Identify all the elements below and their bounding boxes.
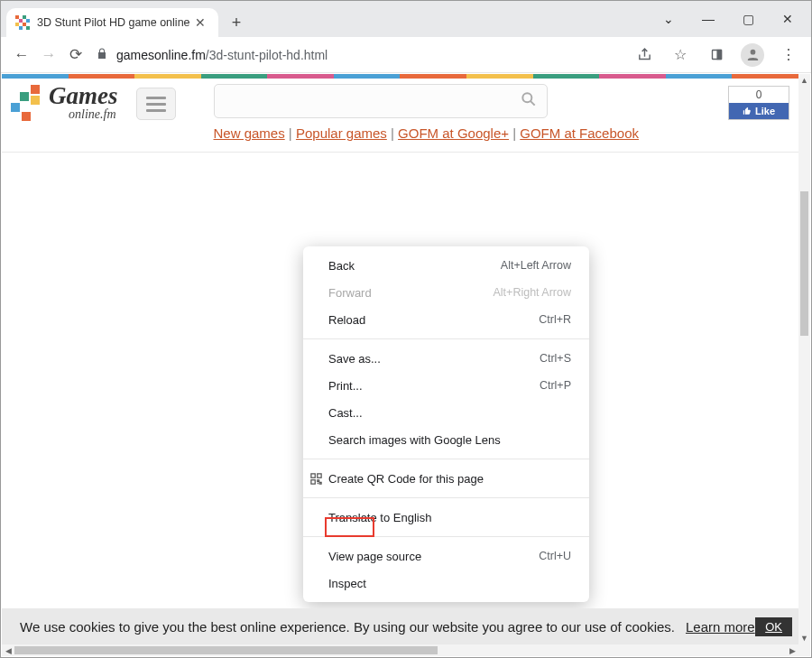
extensions-icon[interactable]	[705, 43, 728, 67]
scroll-left-icon[interactable]: ◀	[2, 644, 14, 656]
link-facebook[interactable]: GOFM at Facebook	[520, 125, 639, 141]
close-button[interactable]: ✕	[768, 5, 807, 32]
svg-point-3	[522, 93, 531, 102]
scroll-right-icon[interactable]: ▶	[786, 644, 798, 656]
search-icon[interactable]	[520, 90, 538, 113]
cookie-learn-more[interactable]: Learn more	[686, 619, 755, 635]
reload-button[interactable]: ⟳	[62, 42, 89, 69]
ctx-forward: Forward Alt+Right Arrow	[303, 279, 589, 306]
ctx-print[interactable]: Print... Ctrl+P	[303, 372, 589, 399]
ctx-save-as[interactable]: Save as... Ctrl+S	[303, 345, 589, 372]
new-tab-button[interactable]: +	[224, 10, 249, 35]
ctx-view-source[interactable]: View page source Ctrl+U	[303, 542, 589, 570]
ctx-cast[interactable]: Cast...	[303, 399, 589, 426]
cookie-bar: We use cookies to give you the best onli…	[2, 608, 810, 644]
browser-tab[interactable]: 3D Stunt Pilot HD game online ✕	[6, 8, 218, 37]
scroll-corner	[798, 644, 810, 656]
qr-icon	[309, 471, 323, 486]
svg-rect-7	[310, 479, 314, 483]
ctx-qr-code[interactable]: Create QR Code for this page	[303, 465, 589, 492]
link-new-games[interactable]: New games	[214, 125, 285, 141]
search-box[interactable]	[214, 84, 548, 118]
logo-sub: online.fm	[49, 108, 118, 121]
chevron-down-icon[interactable]: ⌄	[649, 5, 688, 32]
svg-rect-5	[310, 473, 314, 477]
scroll-thumb[interactable]	[14, 646, 438, 654]
vertical-scrollbar[interactable]: ▲ ▼	[798, 74, 810, 644]
share-icon[interactable]	[632, 43, 656, 67]
url-box[interactable]: gamesonline.fm/3d-stunt-pilot-hd.html	[97, 42, 625, 69]
ctx-search-lens[interactable]: Search images with Google Lens	[303, 426, 589, 453]
page-header: Games online.fm New games | Popular game…	[2, 79, 798, 153]
hamburger-menu-button[interactable]	[136, 88, 176, 120]
url-text: gamesonline.fm/3d-stunt-pilot-hd.html	[116, 48, 328, 62]
link-google-plus[interactable]: GOFM at Google+	[398, 125, 509, 141]
site-logo[interactable]: Games online.fm	[11, 84, 118, 121]
window-controls: ⌄ — ▢ ✕	[649, 1, 807, 37]
context-menu: Back Alt+Left Arrow Forward Alt+Right Ar…	[303, 246, 589, 602]
scroll-thumb[interactable]	[800, 191, 808, 336]
search-input[interactable]	[224, 94, 520, 108]
back-button[interactable]: ←	[8, 42, 35, 69]
fb-like-widget[interactable]: 0 Like	[728, 86, 789, 120]
profile-avatar-icon[interactable]	[741, 43, 764, 67]
link-popular-games[interactable]: Popular games	[296, 125, 387, 141]
bookmark-star-icon[interactable]: ☆	[669, 43, 692, 67]
ctx-separator	[303, 497, 589, 498]
address-bar: ← → ⟳ gamesonline.fm/3d-stunt-pilot-hd.h…	[1, 37, 811, 73]
tab-favicon-icon	[15, 15, 30, 30]
logo-main: Games	[49, 84, 118, 108]
cookie-ok-button[interactable]: OK	[755, 617, 792, 636]
color-strip	[2, 74, 798, 79]
ctx-translate[interactable]: Translate to English	[303, 504, 589, 531]
svg-rect-6	[317, 473, 320, 477]
ctx-back[interactable]: Back Alt+Left Arrow	[303, 252, 589, 279]
forward-button[interactable]: →	[35, 42, 62, 69]
kebab-menu-icon[interactable]: ⋮	[777, 43, 800, 67]
nav-links: New games | Popular games | GOFM at Goog…	[214, 125, 702, 141]
browser-window: 3D Stunt Pilot HD game online ✕ + ⌄ — ▢ …	[0, 0, 812, 658]
tab-close-icon[interactable]: ✕	[191, 15, 209, 30]
lock-icon	[97, 48, 107, 62]
ctx-reload[interactable]: Reload Ctrl+R	[303, 306, 589, 333]
svg-rect-1	[717, 51, 721, 60]
titlebar: 3D Stunt Pilot HD game online ✕ + ⌄ — ▢ …	[1, 1, 811, 37]
tab-title: 3D Stunt Pilot HD game online	[37, 16, 191, 29]
cookie-text: We use cookies to give you the best onli…	[20, 619, 675, 635]
svg-line-4	[531, 101, 535, 106]
maximize-button[interactable]: ▢	[728, 5, 768, 32]
fb-like-count: 0	[729, 87, 789, 103]
logo-icon	[11, 85, 43, 121]
ctx-separator	[303, 536, 589, 537]
ctx-inspect[interactable]: Inspect	[303, 570, 589, 597]
svg-point-2	[750, 50, 755, 55]
minimize-button[interactable]: —	[688, 5, 728, 32]
scroll-up-icon[interactable]: ▲	[798, 74, 810, 87]
scroll-down-icon[interactable]: ▼	[798, 632, 810, 644]
ctx-separator	[303, 338, 589, 339]
fb-like-button[interactable]: Like	[729, 103, 789, 119]
horizontal-scrollbar[interactable]: ◀ ▶	[2, 644, 798, 656]
ctx-separator	[303, 459, 589, 459]
